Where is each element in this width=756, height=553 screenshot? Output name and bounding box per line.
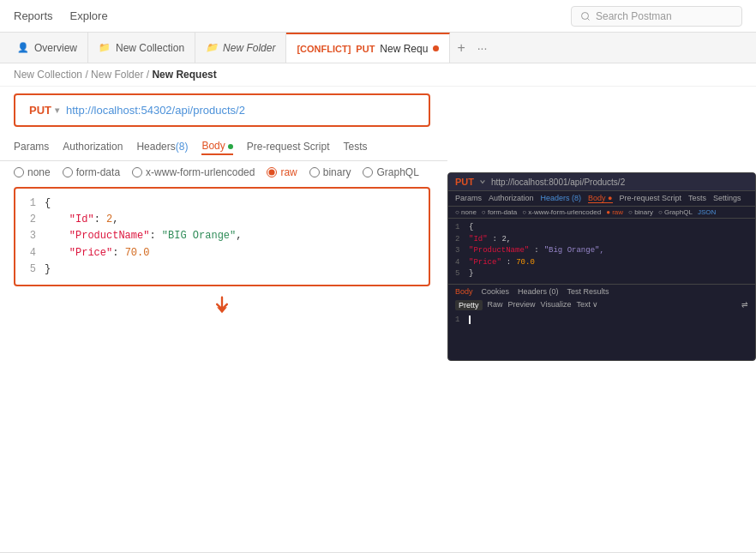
breadcrumb-part2[interactable]: New Folder (91, 69, 143, 81)
body-type-urlencoded[interactable]: x-www-form-urlencoded (132, 166, 255, 178)
breadcrumb: New Collection / New Folder / New Reques… (0, 63, 756, 87)
main-content: PUT http://localhost:8001/api/Products/2… (0, 87, 756, 552)
body-type-graphql[interactable]: GraphQL (363, 166, 418, 178)
body-dot (228, 144, 233, 149)
svg-point-0 (582, 12, 589, 19)
overlay-req-tabs: Params Authorization Headers (8) Body ● … (448, 191, 755, 207)
folder-icon: 📁 (206, 42, 218, 53)
arrow-down (14, 290, 430, 321)
tab-new-collection[interactable]: 📁 New Collection (88, 33, 195, 63)
body-type-binary[interactable]: binary (309, 166, 351, 178)
tab-overview[interactable]: 👤 Overview (7, 33, 88, 63)
tab-more-button[interactable]: ··· (472, 41, 493, 55)
breadcrumb-current: New Request (152, 69, 216, 81)
overlay-resp-code: 1 (448, 312, 755, 330)
conflict-label: [CONFLICT] (297, 44, 351, 54)
url-bar: PUT ▾ (14, 93, 430, 127)
code-line-5: 5 } (22, 261, 422, 278)
body-type-formdata[interactable]: form-data (63, 166, 120, 178)
req-tabs: Params Authorization Headers(8) Body Pre… (0, 134, 447, 161)
tab-dot (433, 45, 439, 51)
method-select[interactable]: PUT ▾ (29, 104, 59, 117)
svg-marker-1 (217, 307, 227, 313)
search-icon (580, 11, 591, 21)
top-bar: Reports Explore Search Postman (0, 0, 756, 33)
top-bar-left: Reports Explore (14, 9, 108, 22)
tab-method-label: PUT (356, 44, 375, 54)
overlay-resp-bar: Body Cookies Headers (0) Test Results (448, 284, 755, 298)
tab-new-folder[interactable]: 📁 New Folder (195, 33, 286, 63)
method-chevron-icon: ▾ (55, 105, 59, 115)
tab-headers[interactable]: Headers(8) (136, 141, 188, 154)
tab-new-request[interactable]: [CONFLICT] PUT New Requ (286, 33, 450, 63)
overlay-screenshot: PUT http://localhost:8001/api/Products/2… (447, 172, 756, 361)
method-label: PUT (29, 104, 51, 117)
body-type-tabs: none form-data x-www-form-urlencoded raw… (0, 161, 447, 183)
tabs-bar: 👤 Overview 📁 New Collection 📁 New Folder… (0, 33, 756, 63)
collection-icon: 📁 (99, 42, 111, 53)
overlay-body-types: ○ none ○ form-data ○ x-www-form-urlencod… (448, 207, 755, 219)
tab-params[interactable]: Params (14, 141, 49, 154)
overlay-fmt-bar: Pretty Raw Preview Visualize Text ∨ ⇌ (448, 298, 755, 312)
tab-tests[interactable]: Tests (343, 141, 367, 154)
code-editor[interactable]: 1 { 2 "Id": 2, 3 "ProductName": "BIG Ora… (14, 187, 430, 286)
overview-icon: 👤 (17, 42, 29, 53)
explore-link[interactable]: Explore (70, 9, 108, 22)
overlay-code-area: 1{ 2"Id": 2, 3"ProductName": "Big Orange… (448, 219, 755, 284)
reports-link[interactable]: Reports (14, 9, 53, 22)
code-line-4: 4 "Price": 70.0 (22, 245, 422, 261)
overlay-method: PUT (455, 177, 474, 187)
tab-pre-request[interactable]: Pre-request Script (247, 141, 330, 154)
search-bar[interactable]: Search Postman (571, 6, 742, 27)
tab-authorization[interactable]: Authorization (63, 141, 123, 154)
search-placeholder: Search Postman (596, 10, 672, 22)
tab-body[interactable]: Body (201, 140, 232, 155)
code-line-2: 2 "Id": 2, (22, 212, 422, 228)
body-type-raw[interactable]: raw (267, 166, 297, 178)
tab-add-button[interactable]: + (450, 40, 471, 56)
code-line-1: 1 { (22, 195, 422, 212)
code-line-3: 3 "ProductName": "BIG Orange", (22, 228, 422, 244)
arrow-down-icon (210, 293, 234, 317)
body-type-none[interactable]: none (14, 166, 51, 178)
breadcrumb-part1[interactable]: New Collection (14, 69, 82, 81)
overlay-url: http://localhost:8001/api/Products/2 (491, 177, 625, 187)
overlay-chevron-icon (479, 178, 486, 185)
url-input[interactable] (66, 104, 415, 117)
